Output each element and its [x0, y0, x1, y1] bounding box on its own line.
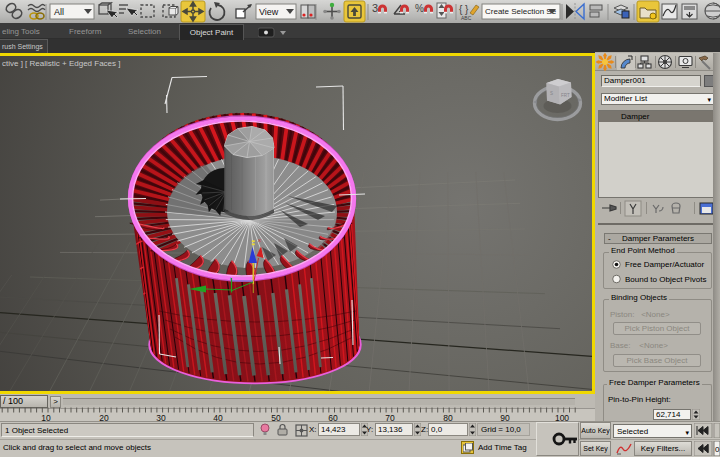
svg-text:{ }: { }	[459, 4, 469, 15]
svg-text:3: 3	[372, 2, 378, 14]
svg-text:ctive ] [ Realistic + Edged Fa: ctive ] [ Realistic + Edged Faces ]	[2, 59, 121, 68]
svg-text:View: View	[259, 7, 279, 17]
svg-text:%: %	[415, 3, 424, 14]
svg-text:ABC: ABC	[461, 15, 472, 21]
svg-text:S: S	[550, 91, 553, 96]
svg-text:x: x	[258, 237, 261, 243]
svg-text:0: 0	[715, 445, 720, 454]
svg-text:Create Selection Se: Create Selection Se	[485, 7, 557, 16]
svg-text:FRT: FRT	[561, 93, 570, 98]
svg-text:All: All	[54, 7, 64, 17]
